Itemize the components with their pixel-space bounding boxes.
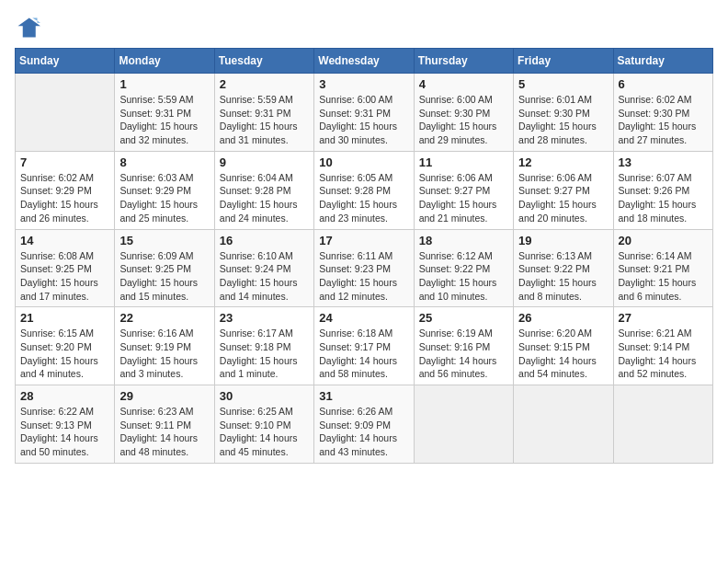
calendar-cell: 28Sunrise: 6:22 AM Sunset: 9:13 PM Dayli… [16,385,115,464]
calendar-cell: 6Sunrise: 6:02 AM Sunset: 9:30 PM Daylig… [613,74,712,152]
calendar-cell: 14Sunrise: 6:08 AM Sunset: 9:25 PM Dayli… [16,229,115,307]
day-info: Sunrise: 6:21 AM Sunset: 9:14 PM Dayligh… [619,327,708,381]
calendar-cell: 5Sunrise: 6:01 AM Sunset: 9:30 PM Daylig… [514,74,613,152]
calendar-week-row: 1Sunrise: 5:59 AM Sunset: 9:31 PM Daylig… [16,74,713,152]
day-info: Sunrise: 6:03 AM Sunset: 9:29 PM Dayligh… [119,171,209,225]
day-info: Sunrise: 6:06 AM Sunset: 9:27 PM Dayligh… [419,171,508,225]
day-number: 23 [220,311,309,325]
calendar-cell: 17Sunrise: 6:11 AM Sunset: 9:23 PM Dayli… [314,229,414,307]
day-number: 31 [319,389,408,403]
day-info: Sunrise: 6:12 AM Sunset: 9:22 PM Dayligh… [419,249,508,304]
day-info: Sunrise: 5:59 AM Sunset: 9:31 PM Dayligh… [119,93,209,147]
calendar-week-row: 21Sunrise: 6:15 AM Sunset: 9:20 PM Dayli… [16,307,713,385]
day-info: Sunrise: 6:07 AM Sunset: 9:26 PM Dayligh… [619,171,708,225]
calendar-cell: 26Sunrise: 6:20 AM Sunset: 9:15 PM Dayli… [514,307,613,385]
day-info: Sunrise: 6:23 AM Sunset: 9:11 PM Dayligh… [119,405,209,459]
day-number: 4 [419,77,508,91]
day-number: 5 [518,77,608,91]
calendar-cell: 4Sunrise: 6:00 AM Sunset: 9:30 PM Daylig… [414,74,513,152]
day-info: Sunrise: 6:14 AM Sunset: 9:21 PM Dayligh… [619,249,708,304]
weekday-header-cell: Wednesday [314,49,414,74]
calendar-cell: 22Sunrise: 6:16 AM Sunset: 9:19 PM Dayli… [115,307,214,385]
day-info: Sunrise: 6:15 AM Sunset: 9:20 PM Dayligh… [20,327,109,381]
day-number: 1 [119,77,209,91]
calendar-body: 1Sunrise: 5:59 AM Sunset: 9:31 PM Daylig… [16,74,713,464]
day-info: Sunrise: 6:06 AM Sunset: 9:27 PM Dayligh… [518,171,608,225]
calendar-cell: 8Sunrise: 6:03 AM Sunset: 9:29 PM Daylig… [115,151,214,229]
calendar-cell: 20Sunrise: 6:14 AM Sunset: 9:21 PM Dayli… [613,229,712,307]
day-number: 9 [220,155,309,169]
day-info: Sunrise: 6:26 AM Sunset: 9:09 PM Dayligh… [319,405,408,459]
day-number: 29 [119,389,209,403]
day-info: Sunrise: 6:16 AM Sunset: 9:19 PM Dayligh… [119,327,209,381]
day-info: Sunrise: 6:08 AM Sunset: 9:25 PM Dayligh… [20,249,109,304]
weekday-header-cell: Friday [514,49,613,74]
day-number: 10 [319,155,408,169]
day-info: Sunrise: 6:02 AM Sunset: 9:30 PM Dayligh… [619,93,708,147]
day-number: 7 [20,155,109,169]
calendar-cell [414,385,513,464]
day-number: 16 [220,234,309,247]
weekday-header-cell: Sunday [16,49,115,74]
day-number: 21 [20,311,109,325]
day-number: 15 [119,234,209,247]
weekday-header-cell: Saturday [613,49,712,74]
calendar-cell: 24Sunrise: 6:18 AM Sunset: 9:17 PM Dayli… [314,307,414,385]
day-info: Sunrise: 6:05 AM Sunset: 9:28 PM Dayligh… [319,171,408,225]
day-number: 17 [319,234,408,247]
day-info: Sunrise: 6:02 AM Sunset: 9:29 PM Dayligh… [20,171,109,225]
day-number: 22 [119,311,209,325]
day-number: 20 [619,234,708,247]
calendar-cell: 31Sunrise: 6:26 AM Sunset: 9:09 PM Dayli… [314,385,414,464]
calendar-cell: 19Sunrise: 6:13 AM Sunset: 9:22 PM Dayli… [514,229,613,307]
day-number: 24 [319,311,408,325]
day-number: 30 [220,389,309,403]
calendar-cell: 7Sunrise: 6:02 AM Sunset: 9:29 PM Daylig… [16,151,115,229]
day-number: 26 [518,311,608,325]
day-info: Sunrise: 6:17 AM Sunset: 9:18 PM Dayligh… [220,327,309,381]
calendar-cell: 16Sunrise: 6:10 AM Sunset: 9:24 PM Dayli… [214,229,313,307]
calendar-cell: 27Sunrise: 6:21 AM Sunset: 9:14 PM Dayli… [613,307,712,385]
day-info: Sunrise: 6:13 AM Sunset: 9:22 PM Dayligh… [518,249,608,304]
day-number: 6 [619,77,708,91]
day-number: 25 [419,311,508,325]
day-number: 3 [319,77,408,91]
day-info: Sunrise: 6:04 AM Sunset: 9:28 PM Dayligh… [220,171,309,225]
calendar-cell: 2Sunrise: 5:59 AM Sunset: 9:31 PM Daylig… [214,74,313,152]
calendar-cell: 1Sunrise: 5:59 AM Sunset: 9:31 PM Daylig… [115,74,214,152]
day-info: Sunrise: 6:18 AM Sunset: 9:17 PM Dayligh… [319,327,408,381]
calendar-cell: 18Sunrise: 6:12 AM Sunset: 9:22 PM Dayli… [414,229,513,307]
day-info: Sunrise: 6:25 AM Sunset: 9:10 PM Dayligh… [220,405,309,459]
day-number: 12 [518,155,608,169]
day-info: Sunrise: 6:09 AM Sunset: 9:25 PM Dayligh… [119,249,209,304]
calendar-cell [613,385,712,464]
day-number: 11 [419,155,508,169]
calendar-cell: 9Sunrise: 6:04 AM Sunset: 9:28 PM Daylig… [214,151,313,229]
calendar-week-row: 28Sunrise: 6:22 AM Sunset: 9:13 PM Dayli… [16,385,713,464]
day-info: Sunrise: 6:11 AM Sunset: 9:23 PM Dayligh… [319,249,408,304]
calendar-cell: 29Sunrise: 6:23 AM Sunset: 9:11 PM Dayli… [115,385,214,464]
calendar-cell [16,74,115,152]
day-number: 8 [119,155,209,169]
day-info: Sunrise: 5:59 AM Sunset: 9:31 PM Dayligh… [220,93,309,147]
calendar-cell: 10Sunrise: 6:05 AM Sunset: 9:28 PM Dayli… [314,151,414,229]
day-number: 27 [619,311,708,325]
day-info: Sunrise: 6:22 AM Sunset: 9:13 PM Dayligh… [20,405,109,459]
calendar-cell: 25Sunrise: 6:19 AM Sunset: 9:16 PM Dayli… [414,307,513,385]
weekday-header-cell: Thursday [414,49,513,74]
calendar-table: SundayMondayTuesdayWednesdayThursdayFrid… [15,48,713,464]
calendar-cell: 3Sunrise: 6:00 AM Sunset: 9:31 PM Daylig… [314,74,414,152]
day-info: Sunrise: 6:10 AM Sunset: 9:24 PM Dayligh… [220,249,309,304]
calendar-cell: 15Sunrise: 6:09 AM Sunset: 9:25 PM Dayli… [115,229,214,307]
calendar-cell: 11Sunrise: 6:06 AM Sunset: 9:27 PM Dayli… [414,151,513,229]
day-info: Sunrise: 6:20 AM Sunset: 9:15 PM Dayligh… [518,327,608,381]
calendar-cell: 23Sunrise: 6:17 AM Sunset: 9:18 PM Dayli… [214,307,313,385]
calendar-cell: 21Sunrise: 6:15 AM Sunset: 9:20 PM Dayli… [16,307,115,385]
day-info: Sunrise: 6:00 AM Sunset: 9:30 PM Dayligh… [419,93,508,147]
day-info: Sunrise: 6:01 AM Sunset: 9:30 PM Dayligh… [518,93,608,147]
day-info: Sunrise: 6:19 AM Sunset: 9:16 PM Dayligh… [419,327,508,381]
calendar-cell: 12Sunrise: 6:06 AM Sunset: 9:27 PM Dayli… [514,151,613,229]
logo [15,15,44,40]
day-info: Sunrise: 6:00 AM Sunset: 9:31 PM Dayligh… [319,93,408,147]
day-number: 14 [20,234,109,247]
